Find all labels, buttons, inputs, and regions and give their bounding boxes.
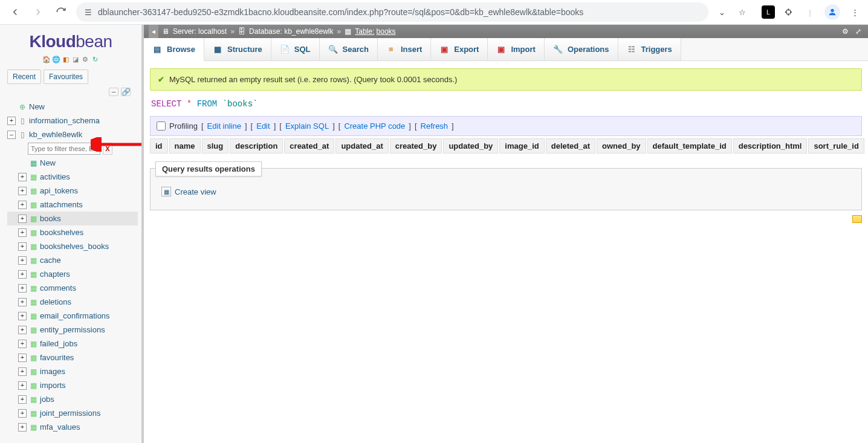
site-info-icon[interactable]: ☰	[85, 8, 92, 17]
tree-table-mfa_values[interactable]: ▦mfa_values	[7, 420, 138, 434]
back-button[interactable]	[7, 4, 23, 20]
tab-search[interactable]: 🔍Search	[320, 38, 378, 60]
tree-new[interactable]: ⊕ New	[7, 100, 138, 114]
expand-icon[interactable]	[18, 298, 27, 306]
extension1-icon[interactable]: L	[762, 5, 775, 19]
column-updated_by[interactable]: updated_by	[443, 138, 498, 154]
profiling-checkbox[interactable]	[157, 121, 166, 131]
edit-inline-link[interactable]: Edit inline	[207, 121, 241, 131]
home-icon[interactable]: 🏠	[42, 55, 51, 63]
expand-icon[interactable]	[18, 215, 27, 223]
edit-link[interactable]: Edit	[256, 121, 270, 131]
column-default_template_id[interactable]: default_template_id	[647, 138, 732, 154]
expand-icon[interactable]	[18, 256, 27, 265]
expand-icon[interactable]	[18, 187, 27, 195]
create-php-link[interactable]: Create PHP code	[344, 121, 405, 131]
column-name[interactable]: name	[169, 138, 201, 154]
tree-table-deletions[interactable]: ▦deletions	[7, 295, 138, 309]
expand-icon[interactable]	[18, 395, 27, 404]
expand-icon[interactable]	[18, 354, 27, 362]
column-id[interactable]: id	[150, 138, 168, 154]
tab-export[interactable]: ▣Export	[431, 38, 488, 60]
breadcrumb-table[interactable]: Table: books	[355, 27, 395, 36]
tree-table-comments[interactable]: ▦comments	[7, 281, 138, 295]
favourites-tab[interactable]: Favourites	[44, 70, 88, 84]
tree-table-bookshelves_books[interactable]: ▦bookshelves_books	[7, 239, 138, 253]
tree-table-chapters[interactable]: ▦chapters	[7, 267, 138, 281]
tree-filter-clear[interactable]: X	[103, 143, 112, 155]
create-view-action[interactable]: ▦ Create view	[161, 187, 850, 196]
tab-structure[interactable]: ▦Structure	[204, 38, 271, 60]
tree-table-entity_permissions[interactable]: ▦entity_permissions	[7, 323, 138, 337]
column-deleted_at[interactable]: deleted_at	[546, 138, 595, 154]
docs-icon[interactable]: ◧	[62, 55, 70, 63]
column-created_by[interactable]: created_by	[390, 138, 442, 154]
kebab-icon[interactable]: ⋮	[849, 6, 861, 18]
expand-icon[interactable]	[18, 270, 27, 279]
tab-browse[interactable]: ▤Browse	[144, 38, 204, 61]
expand-icon[interactable]	[7, 117, 16, 125]
breadcrumb-server[interactable]: Server: localhost	[173, 27, 227, 36]
forward-button[interactable]	[30, 4, 46, 20]
tree-filter-input[interactable]	[28, 143, 100, 155]
column-owned_by[interactable]: owned_by	[597, 138, 646, 154]
tree-table-cache[interactable]: ▦cache	[7, 253, 138, 267]
tree-info-schema[interactable]: ▯ information_schema	[7, 114, 138, 128]
expand-icon[interactable]	[18, 423, 27, 432]
collapse-icon[interactable]	[7, 131, 16, 139]
settings-icon[interactable]: ⚙	[81, 55, 89, 63]
tree-table-images[interactable]: ▦images	[7, 364, 138, 378]
expand-icon[interactable]	[18, 409, 27, 418]
column-created_at[interactable]: created_at	[284, 138, 334, 154]
tree-new-table[interactable]: ▦ New	[7, 156, 138, 170]
expand-icon[interactable]	[18, 381, 27, 390]
expand-icon[interactable]	[18, 326, 27, 334]
expand-icon[interactable]	[18, 242, 27, 251]
tab-operations[interactable]: 🔧Operations	[545, 38, 618, 60]
tree-table-attachments[interactable]: ▦attachments	[7, 198, 138, 212]
tree-table-failed_jobs[interactable]: ▦failed_jobs	[7, 337, 138, 351]
extensions-icon[interactable]	[783, 6, 795, 18]
column-description[interactable]: description	[230, 138, 283, 154]
expand-icon[interactable]	[18, 312, 27, 320]
bookmark-icon[interactable]: ☆	[736, 6, 748, 18]
nav-toggle-icon[interactable]: ◂	[149, 25, 158, 38]
key-icon[interactable]: ⌄	[716, 6, 728, 18]
tree-table-books[interactable]: ▦books	[7, 212, 138, 225]
expand-icon[interactable]	[18, 201, 27, 209]
tree-table-favourites[interactable]: ▦favourites	[7, 351, 138, 364]
url-bar[interactable]: ☰ dblauncher-363147-bedu9250-e3zmdk1bacn…	[76, 2, 708, 22]
tab-sql[interactable]: 📄SQL	[271, 38, 320, 60]
tree-active-db[interactable]: ▯ kb_ewhle8ewlk	[7, 128, 138, 141]
page-expand-icon[interactable]: ⤢	[853, 27, 863, 36]
tree-table-activities[interactable]: ▦activities	[7, 170, 138, 184]
collapse-icon[interactable]: –	[109, 88, 118, 96]
sql-icon[interactable]: ◪	[71, 55, 80, 63]
expand-icon[interactable]	[18, 340, 27, 348]
bookmark-flag-icon[interactable]	[852, 215, 862, 223]
profile-avatar[interactable]	[824, 4, 840, 20]
link-icon[interactable]: 🔗	[121, 88, 131, 96]
reload-button[interactable]	[53, 4, 69, 20]
globe-icon[interactable]: 🌐	[52, 55, 60, 63]
tab-insert[interactable]: ≡Insert	[378, 38, 431, 60]
tree-table-email_confirmations[interactable]: ▦email_confirmations	[7, 309, 138, 323]
settings-gear-icon[interactable]: ⚙	[840, 27, 850, 36]
refresh-link[interactable]: Refresh	[421, 121, 449, 131]
explain-link[interactable]: Explain SQL	[285, 121, 329, 131]
tree-table-joint_permissions[interactable]: ▦joint_permissions	[7, 406, 138, 420]
expand-icon[interactable]	[18, 367, 27, 376]
tab-import[interactable]: ▣Import	[488, 38, 544, 60]
tree-table-imports[interactable]: ▦imports	[7, 378, 138, 392]
expand-icon[interactable]	[18, 284, 27, 293]
expand-icon[interactable]	[18, 228, 27, 237]
tree-table-bookshelves[interactable]: ▦bookshelves	[7, 225, 138, 239]
tree-table-jobs[interactable]: ▦jobs	[7, 392, 138, 406]
tab-triggers[interactable]: ☷Triggers	[618, 38, 681, 60]
recent-tab[interactable]: Recent	[7, 70, 41, 84]
column-updated_at[interactable]: updated_at	[335, 138, 388, 154]
column-description_html[interactable]: description_html	[733, 138, 808, 154]
breadcrumb-database[interactable]: Database: kb_ewhle8ewlk	[249, 27, 333, 36]
column-slug[interactable]: slug	[202, 138, 229, 154]
tree-table-api_tokens[interactable]: ▦api_tokens	[7, 184, 138, 198]
